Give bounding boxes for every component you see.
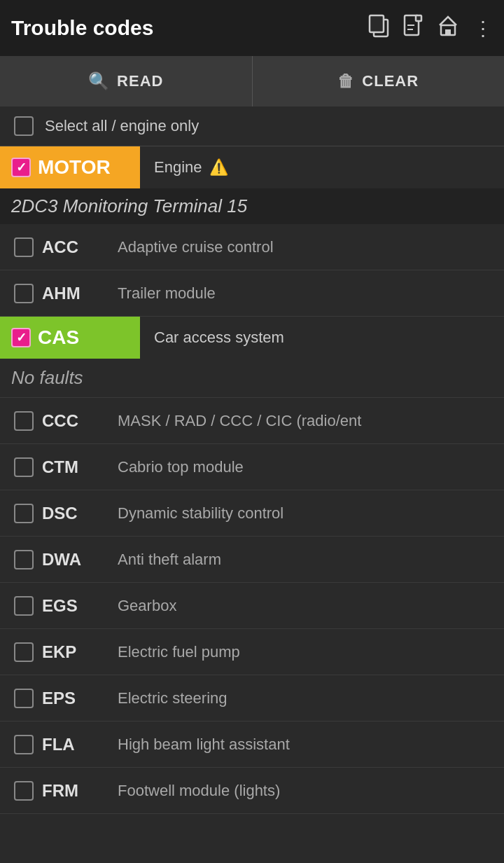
trash-icon: 🗑 xyxy=(337,71,355,91)
egs-code: EGS xyxy=(34,596,118,616)
cas-checkbox[interactable] xyxy=(11,328,31,347)
svg-rect-1 xyxy=(370,15,384,32)
list-item[interactable]: DSC Dynamic stability control xyxy=(0,490,504,537)
ekp-checkbox[interactable] xyxy=(14,642,34,662)
select-all-checkbox[interactable] xyxy=(14,116,34,136)
list-item[interactable]: FRM Footwell module (lights) xyxy=(0,768,504,814)
dsc-checkbox[interactable] xyxy=(14,504,34,523)
svg-rect-7 xyxy=(445,29,451,35)
list-item[interactable]: CTM Cabrio top module xyxy=(0,444,504,490)
frm-desc: Footwell module (lights) xyxy=(118,782,490,800)
dwa-checkbox[interactable] xyxy=(14,550,34,569)
list-item[interactable]: EGS Gearbox xyxy=(0,583,504,629)
eps-desc: Electric steering xyxy=(118,689,490,707)
dwa-desc: Anti theft alarm xyxy=(118,551,490,569)
copy-icon[interactable] xyxy=(368,14,389,43)
egs-checkbox[interactable] xyxy=(14,596,34,616)
ahm-checkbox[interactable] xyxy=(14,284,34,303)
list-item[interactable]: DWA Anti theft alarm xyxy=(0,537,504,583)
more-icon[interactable]: ⋮ xyxy=(473,17,493,40)
frm-checkbox[interactable] xyxy=(14,781,34,801)
ahm-desc: Trailer module xyxy=(118,284,490,303)
fla-checkbox[interactable] xyxy=(14,735,34,754)
dwa-code: DWA xyxy=(34,550,118,569)
app-header: Trouble codes xyxy=(0,0,504,56)
ctm-checkbox[interactable] xyxy=(14,457,34,477)
search-icon: 🔍 xyxy=(88,71,110,91)
select-all-row[interactable]: Select all / engine only xyxy=(0,106,504,146)
home-icon[interactable] xyxy=(437,14,459,43)
clear-button[interactable]: 🗑 CLEAR xyxy=(253,56,505,106)
dsc-code: DSC xyxy=(34,504,118,523)
page-title: Trouble codes xyxy=(11,16,368,40)
list-item[interactable]: EPS Electric steering xyxy=(0,675,504,722)
motor-code: MOTOR xyxy=(38,156,111,179)
read-button[interactable]: 🔍 READ xyxy=(0,56,253,106)
acc-code: ACC xyxy=(34,237,118,257)
frm-code: FRM xyxy=(34,781,118,801)
ekp-code: EKP xyxy=(34,642,118,662)
acc-checkbox[interactable] xyxy=(14,237,34,257)
cas-status: No faults xyxy=(0,359,504,398)
ccc-checkbox[interactable] xyxy=(14,411,34,431)
motor-badge[interactable]: MOTOR xyxy=(0,146,140,188)
cas-module-header[interactable]: CAS Car access system xyxy=(0,317,504,359)
egs-desc: Gearbox xyxy=(118,597,490,615)
list-item[interactable]: FLA High beam light assistant xyxy=(0,722,504,768)
eps-checkbox[interactable] xyxy=(14,689,34,708)
document-icon[interactable] xyxy=(403,14,423,43)
select-all-label: Select all / engine only xyxy=(45,117,199,135)
list-item[interactable]: CCC MASK / RAD / CCC / CIC (radio/ent xyxy=(0,398,504,444)
list-item[interactable]: AHM Trailer module xyxy=(0,270,504,317)
header-icons: ⋮ xyxy=(368,14,493,43)
ccc-desc: MASK / RAD / CCC / CIC (radio/ent xyxy=(118,412,490,430)
motor-checkbox[interactable] xyxy=(11,158,31,177)
read-label: READ xyxy=(117,72,163,90)
ctm-code: CTM xyxy=(34,457,118,477)
cas-badge[interactable]: CAS xyxy=(0,317,140,359)
warning-icon: ⚠️ xyxy=(209,158,228,177)
svg-rect-3 xyxy=(416,15,421,21)
toolbar: 🔍 READ 🗑 CLEAR xyxy=(0,56,504,106)
ahm-code: AHM xyxy=(34,284,118,303)
eps-code: EPS xyxy=(34,689,118,708)
cas-desc: Car access system xyxy=(140,329,504,347)
ctm-desc: Cabrio top module xyxy=(118,458,490,476)
fla-code: FLA xyxy=(34,735,118,754)
motor-desc: Engine ⚠️ xyxy=(140,158,504,177)
dsc-desc: Dynamic stability control xyxy=(118,504,490,523)
ccc-code: CCC xyxy=(34,411,118,431)
motor-section-label: 2DC3 Monitoring Terminal 15 xyxy=(0,188,504,224)
ekp-desc: Electric fuel pump xyxy=(118,643,490,661)
list-item[interactable]: ACC Adaptive cruise control xyxy=(0,224,504,270)
fla-desc: High beam light assistant xyxy=(118,736,490,754)
motor-module-header[interactable]: MOTOR Engine ⚠️ xyxy=(0,146,504,188)
cas-code: CAS xyxy=(38,326,79,349)
clear-label: CLEAR xyxy=(362,72,419,90)
acc-desc: Adaptive cruise control xyxy=(118,238,490,256)
list-item[interactable]: EKP Electric fuel pump xyxy=(0,629,504,675)
